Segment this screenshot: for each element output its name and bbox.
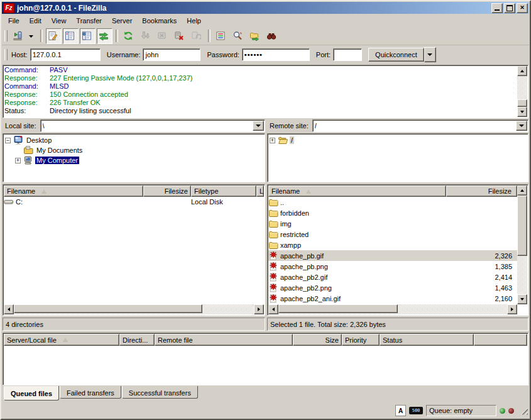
port-input[interactable] xyxy=(334,49,361,60)
file-row-apache-pb-png[interactable]: apache_pb.png1,385 xyxy=(268,261,517,272)
quickconnect-dropdown-button[interactable] xyxy=(424,47,436,62)
scroll-thumb[interactable] xyxy=(517,196,527,256)
toggle-local-tree-button[interactable] xyxy=(63,28,79,44)
column-header-remote-file[interactable]: Remote file xyxy=(155,334,293,346)
column-header-filesize[interactable]: Filesize xyxy=(446,185,517,197)
file-row-restricted[interactable]: restricted xyxy=(268,229,517,240)
column-header-blank[interactable] xyxy=(474,334,527,346)
resize-grip[interactable] xyxy=(520,407,528,415)
file-row-c[interactable]: C:Local Disk xyxy=(4,197,264,207)
menu-edit[interactable]: Edit xyxy=(25,16,47,26)
tree-item-desktop[interactable]: −Desktop xyxy=(4,135,264,145)
tab-failed-transfers[interactable]: Failed transfers xyxy=(60,386,121,399)
scroll-left-button[interactable] xyxy=(268,304,278,314)
log-scroll-thumb[interactable] xyxy=(517,99,527,107)
menu-bookmarks[interactable]: Bookmarks xyxy=(137,16,182,26)
scroll-right-button[interactable] xyxy=(254,304,264,314)
scroll-track[interactable] xyxy=(517,196,527,294)
scroll-up-button[interactable] xyxy=(517,185,527,196)
title-bar[interactable]: Fz john@127.0.0.1 - FileZilla ✕ xyxy=(2,2,529,14)
file-row-apache-pb2-gif[interactable]: apache_pb2.gif2,414 xyxy=(268,272,517,282)
toolbar-grip[interactable] xyxy=(4,30,8,41)
scroll-right-button[interactable] xyxy=(507,304,517,314)
scroll-thumb[interactable] xyxy=(278,304,398,313)
column-header-filename[interactable]: Filename xyxy=(4,185,143,197)
column-header-filetype[interactable]: Filetype xyxy=(191,185,256,197)
menu-help[interactable]: Help xyxy=(182,16,206,26)
tree-item-my-documents[interactable]: My Documents xyxy=(4,145,264,155)
tree-expander-minus-icon[interactable]: − xyxy=(5,138,11,143)
toggle-transfer-queue-button[interactable] xyxy=(97,28,112,44)
column-header-size[interactable]: Size xyxy=(293,334,342,346)
column-header-server-local-file[interactable]: Server/Local file xyxy=(4,334,119,346)
tab-queued-files[interactable]: Queued files xyxy=(4,386,59,401)
log-scroll-track[interactable] xyxy=(517,76,527,107)
menu-server[interactable]: Server xyxy=(107,16,137,26)
host-input[interactable] xyxy=(31,49,100,60)
close-button[interactable]: ✕ xyxy=(517,3,528,13)
menu-view[interactable]: View xyxy=(47,16,72,26)
column-header-l[interactable]: L xyxy=(256,185,264,197)
file-row-apache-pb-gif[interactable]: apache_pb.gif2,326 xyxy=(268,250,517,261)
file-search-button[interactable] xyxy=(265,28,280,44)
file-row-item[interactable]: .. xyxy=(268,197,517,207)
tree-expander-plus-icon[interactable]: + xyxy=(270,138,275,143)
column-header-filesize[interactable]: Filesize xyxy=(143,185,191,197)
toolbar-grip[interactable] xyxy=(4,49,8,60)
menu-transfer[interactable]: Transfer xyxy=(71,16,107,26)
quickconnect-button[interactable]: Quickconnect xyxy=(368,48,424,62)
menu-file[interactable]: File xyxy=(3,16,25,26)
local-site-label: Local site: xyxy=(3,119,40,132)
log-scroll-down-button[interactable] xyxy=(517,107,527,117)
local-site-dropdown-button[interactable] xyxy=(253,121,264,131)
maximize-button[interactable] xyxy=(504,3,515,13)
disconnect-button[interactable] xyxy=(172,28,188,44)
remote-site-input[interactable] xyxy=(313,120,517,131)
file-row-xampp[interactable]: xampp xyxy=(268,240,517,250)
file-row-forbidden[interactable]: forbidden xyxy=(268,207,517,218)
column-header-filename[interactable]: Filename xyxy=(268,185,446,197)
refresh-button[interactable] xyxy=(121,28,137,44)
toggle-remote-tree-button[interactable] xyxy=(80,28,96,44)
toolbar-separator xyxy=(208,30,211,42)
log-line-type: Status: xyxy=(4,107,50,115)
filter-button[interactable] xyxy=(214,28,229,44)
site-manager-dropdown-button[interactable] xyxy=(28,28,37,44)
synchronized-browsing-button[interactable] xyxy=(248,28,263,44)
remote-site-dropdown-button[interactable] xyxy=(516,121,527,131)
minimize-button[interactable] xyxy=(491,3,503,13)
filezilla-logo-icon: Fz xyxy=(3,3,14,13)
file-row-apache-pb2-ani-gif[interactable]: apache_pb2_ani.gif2,160 xyxy=(268,293,517,304)
file-size-cell: 2,160 xyxy=(446,295,517,302)
tree-item-my-computer[interactable]: +My Computer xyxy=(4,155,264,165)
file-name-cell: img xyxy=(268,219,446,229)
file-row-apache-pb2-png[interactable]: apache_pb2.png1,463 xyxy=(268,282,517,293)
file-name-cell: apache_pb2.gif xyxy=(268,272,446,282)
tree-item-item[interactable]: +/ xyxy=(268,135,527,145)
reconnect-button[interactable] xyxy=(189,28,205,44)
tree-expander-plus-icon[interactable]: + xyxy=(15,158,21,163)
file-row-img[interactable]: img xyxy=(268,218,517,229)
scroll-down-button[interactable] xyxy=(517,294,527,304)
site-manager-button[interactable] xyxy=(11,28,26,44)
log-scroll-up-button[interactable] xyxy=(517,66,527,76)
password-input[interactable] xyxy=(243,49,309,60)
username-input[interactable] xyxy=(143,49,200,60)
scroll-thumb[interactable] xyxy=(14,304,202,313)
column-header-status[interactable]: Status xyxy=(380,334,474,346)
toggle-message-log-button[interactable] xyxy=(46,28,62,44)
column-header-priority[interactable]: Priority xyxy=(342,334,380,346)
file-size-cell: 2,326 xyxy=(446,252,517,260)
log-icon xyxy=(48,31,58,41)
tab-successful-transfers[interactable]: Successful transfers xyxy=(122,386,198,399)
processqueue-icon xyxy=(140,31,150,41)
sort-ascending-icon xyxy=(41,189,47,194)
scroll-left-button[interactable] xyxy=(4,304,14,314)
scroll-track[interactable] xyxy=(14,304,254,314)
scroll-track[interactable] xyxy=(278,304,507,314)
directory-comparison-button[interactable] xyxy=(231,28,246,44)
column-header-directi[interactable]: Directi... xyxy=(119,334,155,346)
cancel-button[interactable] xyxy=(155,28,171,44)
local-site-input[interactable] xyxy=(41,120,253,131)
process-queue-button[interactable] xyxy=(138,28,154,44)
